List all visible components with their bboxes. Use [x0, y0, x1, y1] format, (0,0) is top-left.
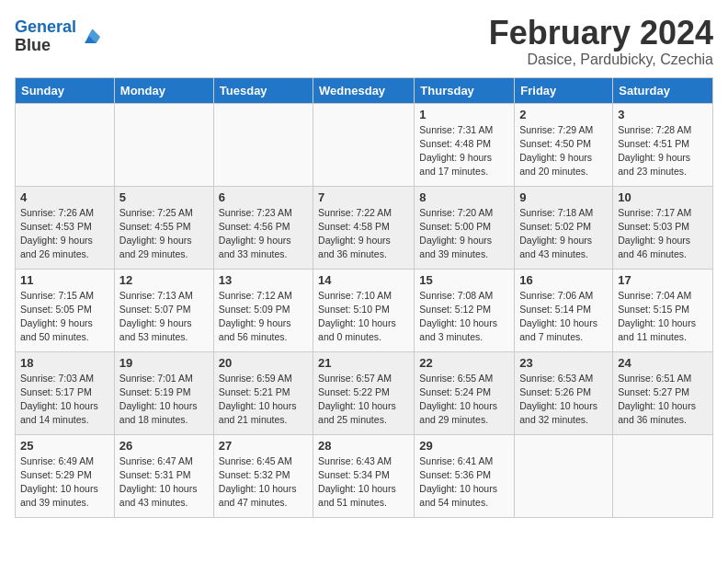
day-number: 13: [219, 273, 308, 287]
day-info: Sunrise: 7:23 AM Sunset: 4:56 PM Dayligh…: [219, 206, 308, 262]
day-info: Sunrise: 7:08 AM Sunset: 5:12 PM Dayligh…: [419, 289, 509, 345]
day-number: 28: [318, 439, 409, 453]
day-number: 24: [618, 356, 708, 370]
calendar-cell: [313, 103, 415, 186]
day-info: Sunrise: 6:41 AM Sunset: 5:36 PM Dayligh…: [419, 454, 509, 511]
calendar-week-1: 4Sunrise: 7:26 AM Sunset: 4:53 PM Daylig…: [16, 186, 713, 269]
day-number: 23: [519, 356, 608, 370]
day-number: 9: [519, 190, 608, 204]
day-number: 6: [219, 190, 308, 204]
subtitle: Dasice, Pardubicky, Czechia: [489, 52, 713, 68]
day-number: 3: [618, 108, 708, 121]
day-number: 1: [419, 108, 509, 121]
calendar-cell: 20Sunrise: 6:59 AM Sunset: 5:21 PM Dayli…: [213, 351, 313, 434]
calendar-cell: 2Sunrise: 7:29 AM Sunset: 4:50 PM Daylig…: [515, 103, 613, 186]
day-number: 7: [318, 190, 409, 204]
day-info: Sunrise: 7:29 AM Sunset: 4:50 PM Dayligh…: [519, 123, 608, 179]
day-number: 26: [119, 439, 209, 453]
day-number: 2: [519, 108, 608, 121]
calendar-cell: 21Sunrise: 6:57 AM Sunset: 5:22 PM Dayli…: [313, 351, 415, 434]
calendar-cell: 8Sunrise: 7:20 AM Sunset: 5:00 PM Daylig…: [415, 186, 515, 269]
calendar-cell: [613, 434, 713, 517]
main-title: February 2024: [489, 15, 713, 52]
calendar-body: 1Sunrise: 7:31 AM Sunset: 4:48 PM Daylig…: [16, 103, 713, 517]
day-number: 22: [419, 356, 509, 370]
calendar-cell: 18Sunrise: 7:03 AM Sunset: 5:17 PM Dayli…: [16, 351, 115, 434]
day-number: 17: [618, 273, 708, 287]
day-info: Sunrise: 7:25 AM Sunset: 4:55 PM Dayligh…: [119, 206, 209, 262]
calendar-cell: 25Sunrise: 6:49 AM Sunset: 5:29 PM Dayli…: [16, 434, 115, 517]
day-number: 10: [618, 190, 708, 204]
day-info: Sunrise: 7:26 AM Sunset: 4:53 PM Dayligh…: [20, 206, 109, 262]
header-cell-wednesday: Wednesday: [313, 77, 415, 103]
calendar-cell: 19Sunrise: 7:01 AM Sunset: 5:19 PM Dayli…: [114, 351, 213, 434]
day-info: Sunrise: 7:10 AM Sunset: 5:10 PM Dayligh…: [318, 289, 409, 345]
calendar-cell: [515, 434, 613, 517]
header-cell-friday: Friday: [515, 77, 613, 103]
day-info: Sunrise: 7:04 AM Sunset: 5:15 PM Dayligh…: [618, 289, 708, 345]
calendar-week-0: 1Sunrise: 7:31 AM Sunset: 4:48 PM Daylig…: [16, 103, 713, 186]
day-info: Sunrise: 7:20 AM Sunset: 5:00 PM Dayligh…: [419, 206, 509, 262]
calendar-cell: 6Sunrise: 7:23 AM Sunset: 4:56 PM Daylig…: [213, 186, 313, 269]
calendar-cell: 1Sunrise: 7:31 AM Sunset: 4:48 PM Daylig…: [415, 103, 515, 186]
day-number: 27: [219, 439, 308, 453]
calendar-cell: 22Sunrise: 6:55 AM Sunset: 5:24 PM Dayli…: [415, 351, 515, 434]
day-number: 18: [20, 356, 109, 370]
day-info: Sunrise: 6:55 AM Sunset: 5:24 PM Dayligh…: [419, 372, 509, 428]
calendar-cell: [114, 103, 213, 186]
day-info: Sunrise: 7:01 AM Sunset: 5:19 PM Dayligh…: [119, 372, 209, 428]
calendar-table: SundayMondayTuesdayWednesdayThursdayFrid…: [15, 77, 713, 518]
calendar-cell: 15Sunrise: 7:08 AM Sunset: 5:12 PM Dayli…: [415, 269, 515, 351]
calendar-cell: 4Sunrise: 7:26 AM Sunset: 4:53 PM Daylig…: [16, 186, 115, 269]
day-info: Sunrise: 6:43 AM Sunset: 5:34 PM Dayligh…: [318, 454, 409, 511]
day-number: 29: [419, 439, 509, 453]
day-info: Sunrise: 7:03 AM Sunset: 5:17 PM Dayligh…: [20, 372, 109, 428]
header-cell-tuesday: Tuesday: [213, 77, 313, 103]
title-area: February 2024 Dasice, Pardubicky, Czechi…: [489, 15, 713, 68]
day-number: 4: [20, 190, 109, 204]
day-info: Sunrise: 6:57 AM Sunset: 5:22 PM Dayligh…: [318, 372, 409, 428]
logo: GeneralBlue: [15, 18, 104, 55]
calendar-header-row: SundayMondayTuesdayWednesdayThursdayFrid…: [16, 77, 713, 103]
calendar-cell: 27Sunrise: 6:45 AM Sunset: 5:32 PM Dayli…: [213, 434, 313, 517]
calendar-cell: 13Sunrise: 7:12 AM Sunset: 5:09 PM Dayli…: [213, 269, 313, 351]
day-info: Sunrise: 6:49 AM Sunset: 5:29 PM Dayligh…: [20, 454, 109, 511]
day-info: Sunrise: 6:51 AM Sunset: 5:27 PM Dayligh…: [618, 372, 708, 428]
day-info: Sunrise: 7:15 AM Sunset: 5:05 PM Dayligh…: [20, 289, 109, 345]
header-cell-thursday: Thursday: [415, 77, 515, 103]
calendar-cell: 9Sunrise: 7:18 AM Sunset: 5:02 PM Daylig…: [515, 186, 613, 269]
calendar-cell: 29Sunrise: 6:41 AM Sunset: 5:36 PM Dayli…: [415, 434, 515, 517]
day-info: Sunrise: 7:22 AM Sunset: 4:58 PM Dayligh…: [318, 206, 409, 262]
calendar-cell: 23Sunrise: 6:53 AM Sunset: 5:26 PM Dayli…: [515, 351, 613, 434]
calendar-cell: 14Sunrise: 7:10 AM Sunset: 5:10 PM Dayli…: [313, 269, 415, 351]
calendar-cell: 5Sunrise: 7:25 AM Sunset: 4:55 PM Daylig…: [114, 186, 213, 269]
day-number: 11: [20, 273, 109, 287]
day-info: Sunrise: 7:31 AM Sunset: 4:48 PM Dayligh…: [419, 123, 509, 179]
day-number: 5: [119, 190, 209, 204]
day-number: 15: [419, 273, 509, 287]
day-number: 14: [318, 273, 409, 287]
day-number: 25: [20, 439, 109, 453]
day-number: 12: [119, 273, 209, 287]
header-cell-monday: Monday: [114, 77, 213, 103]
day-number: 8: [419, 190, 509, 204]
calendar-week-4: 25Sunrise: 6:49 AM Sunset: 5:29 PM Dayli…: [16, 434, 713, 517]
day-number: 16: [519, 273, 608, 287]
day-info: Sunrise: 6:45 AM Sunset: 5:32 PM Dayligh…: [219, 454, 308, 511]
day-number: 21: [318, 356, 409, 370]
header-cell-sunday: Sunday: [16, 77, 115, 103]
calendar-cell: [16, 103, 115, 186]
day-info: Sunrise: 7:17 AM Sunset: 5:03 PM Dayligh…: [618, 206, 708, 262]
day-info: Sunrise: 7:28 AM Sunset: 4:51 PM Dayligh…: [618, 123, 708, 179]
day-number: 19: [119, 356, 209, 370]
calendar-cell: 17Sunrise: 7:04 AM Sunset: 5:15 PM Dayli…: [613, 269, 713, 351]
calendar-cell: 7Sunrise: 7:22 AM Sunset: 4:58 PM Daylig…: [313, 186, 415, 269]
calendar-week-2: 11Sunrise: 7:15 AM Sunset: 5:05 PM Dayli…: [16, 269, 713, 351]
logo-icon: [78, 24, 104, 50]
page-header: GeneralBlue February 2024 Dasice, Pardub…: [15, 15, 713, 68]
day-info: Sunrise: 7:06 AM Sunset: 5:14 PM Dayligh…: [519, 289, 608, 345]
logo-text: GeneralBlue: [15, 18, 76, 55]
calendar-cell: 26Sunrise: 6:47 AM Sunset: 5:31 PM Dayli…: [114, 434, 213, 517]
day-info: Sunrise: 7:12 AM Sunset: 5:09 PM Dayligh…: [219, 289, 308, 345]
day-info: Sunrise: 7:18 AM Sunset: 5:02 PM Dayligh…: [519, 206, 608, 262]
